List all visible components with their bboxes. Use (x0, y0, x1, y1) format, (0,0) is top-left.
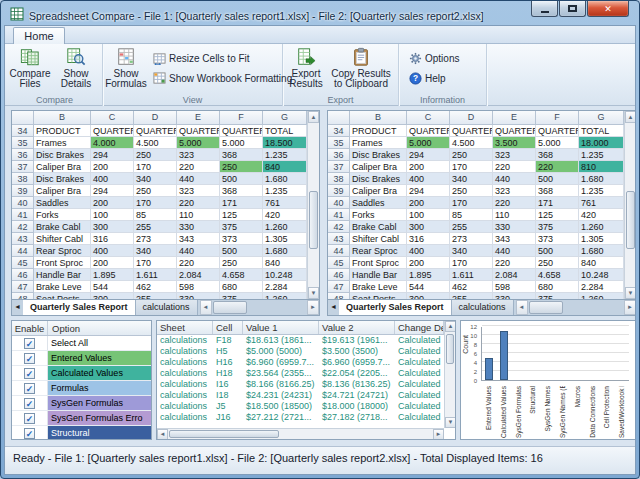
grid-cell[interactable]: 255 (450, 221, 493, 233)
scrollbar-track[interactable] (212, 300, 307, 315)
grid-cell[interactable]: QUARTER (407, 125, 450, 137)
grid-cell[interactable]: Shifter Cabl (34, 233, 91, 245)
column-header-G[interactable]: G (263, 111, 307, 125)
grid-cell[interactable]: PRODUCT (350, 125, 407, 137)
grid-cell[interactable]: 250 (220, 257, 263, 269)
row-header-42[interactable]: 42 (328, 221, 350, 233)
grid-cell[interactable]: 375 (536, 293, 579, 299)
value1-column-header[interactable]: Value 1 (243, 321, 319, 334)
grid-cell[interactable]: 273 (450, 233, 493, 245)
grid-cell[interactable]: 368 (536, 185, 579, 197)
grid-cell[interactable]: 85 (134, 209, 177, 221)
grid-cell[interactable]: 340 (450, 245, 493, 257)
row-header-44[interactable]: 44 (328, 245, 350, 257)
grid-cell[interactable]: 18.000 (579, 137, 624, 149)
grid-cell[interactable]: 500 (536, 173, 579, 185)
export-results-button[interactable]: Export Results (283, 47, 329, 93)
grid-cell[interactable]: 100 (91, 209, 134, 221)
grid-cell[interactable]: 840 (579, 257, 624, 269)
grid-cell[interactable]: 250 (134, 149, 177, 161)
grid-cell[interactable]: Disc Brakes (350, 149, 407, 161)
grid-cell[interactable]: 1.260 (579, 293, 624, 299)
help-button[interactable]: ? Help (409, 70, 446, 87)
grid-cell[interactable]: Brake Leve (34, 281, 91, 293)
column-header-D[interactable]: D (134, 111, 177, 125)
grid-cell[interactable]: Handle Bar (350, 269, 407, 281)
compare-files-button[interactable]: Compare Files (7, 47, 53, 93)
grid-cell[interactable]: Forks (350, 209, 407, 221)
grid-cell[interactable]: 170 (450, 161, 493, 173)
grid-cell[interactable]: 110 (493, 209, 536, 221)
option-label[interactable]: Structural (48, 426, 151, 440)
grid-cell[interactable]: 598 (493, 281, 536, 293)
scrollbar-track[interactable] (445, 332, 455, 417)
grid-cell[interactable]: 340 (134, 245, 177, 257)
option-checkbox[interactable]: ✓ (24, 353, 35, 364)
sheet-tabs-scrollbar[interactable]: ◄ ► (516, 300, 636, 315)
grid-cell[interactable]: Disc Brakes (350, 173, 407, 185)
grid-cell[interactable]: 1.611 (450, 269, 493, 281)
row-header-35[interactable]: 35 (328, 137, 350, 149)
grid-cell[interactable]: Forks (34, 209, 91, 221)
grid-cell[interactable]: 1.235 (579, 185, 624, 197)
option-checkbox[interactable]: ✓ (24, 413, 35, 424)
scrollbar-thumb[interactable] (529, 301, 563, 314)
grid-cell[interactable]: 171 (220, 197, 263, 209)
maximize-button[interactable] (559, 1, 586, 17)
show-details-button[interactable]: Show Details (53, 47, 99, 93)
grid-cell[interactable]: 5.000 (220, 137, 263, 149)
grid-cell[interactable]: 4.000 (91, 137, 134, 149)
grid-cell[interactable]: 1.680 (263, 173, 307, 185)
grid-cell[interactable]: QUARTER (450, 125, 493, 137)
grid-cell[interactable]: 4.500 (450, 137, 493, 149)
column-header-B[interactable]: B (350, 111, 407, 125)
grid-cell[interactable]: 323 (493, 149, 536, 161)
grid-cell[interactable]: 10.248 (263, 269, 307, 281)
grid-cell[interactable]: Saddles (34, 197, 91, 209)
grid-cell[interactable]: 761 (263, 197, 307, 209)
row-header-41[interactable]: 41 (12, 209, 34, 221)
scrollbar-thumb[interactable] (213, 301, 247, 314)
grid-cell[interactable]: 330 (493, 221, 536, 233)
grid-cell[interactable]: 840 (263, 257, 307, 269)
grid-cell[interactable]: 1.895 (91, 269, 134, 281)
sheet-tab[interactable]: Quarterly Sales Report (339, 300, 452, 315)
option-checkbox[interactable]: ✓ (24, 398, 35, 409)
grid-cell[interactable]: Seat Posts (34, 293, 91, 299)
sheet-column-header[interactable]: Sheet (157, 321, 213, 334)
grid-cell[interactable]: 125 (536, 209, 579, 221)
grid-cell[interactable]: 250 (450, 185, 493, 197)
grid-cell[interactable]: 373 (220, 233, 263, 245)
column-header-F[interactable]: F (536, 111, 579, 125)
grid-cell[interactable]: 375 (220, 221, 263, 233)
column-header-F[interactable]: F (220, 111, 263, 125)
option-checkbox[interactable]: ✓ (24, 368, 35, 379)
close-button[interactable]: ✕ (587, 1, 629, 17)
grid-cell[interactable]: 400 (91, 173, 134, 185)
row-header-38[interactable]: 38 (12, 173, 34, 185)
grid-cell[interactable]: Handle Bar (34, 269, 91, 281)
grid-cell[interactable]: 200 (407, 197, 450, 209)
grid-cell[interactable]: 300 (91, 293, 134, 299)
result-row[interactable]: calculationsI16$8.166 (8166.25)$8.136 (8… (157, 379, 444, 390)
results-horizontal-scrollbar[interactable]: ◄ ► (157, 428, 444, 439)
grid-cell[interactable]: 1.680 (263, 245, 307, 257)
grid-cell[interactable]: 330 (493, 293, 536, 299)
grid-cell[interactable]: 10.248 (579, 269, 624, 281)
grid-cell[interactable]: Shifter Cabl (350, 233, 407, 245)
grid-cell[interactable]: 18.500 (263, 137, 307, 149)
row-header-36[interactable]: 36 (328, 149, 350, 161)
grid-cell[interactable]: Rear Sproc (350, 245, 407, 257)
grid-cell[interactable]: 294 (91, 185, 134, 197)
scrollbar-thumb[interactable] (446, 334, 454, 364)
grid-cell[interactable]: 462 (450, 281, 493, 293)
grid-cell[interactable]: 200 (91, 197, 134, 209)
grid-cell[interactable]: 544 (407, 281, 450, 293)
grid-cell[interactable]: 294 (407, 149, 450, 161)
grid-cell[interactable]: 1.680 (579, 245, 624, 257)
grid-cell[interactable]: Disc Brakes (34, 149, 91, 161)
grid-cell[interactable]: Brake Cabl (34, 221, 91, 233)
grid-cell[interactable]: 300 (91, 221, 134, 233)
sheet-tab[interactable]: calculations (136, 300, 198, 315)
scroll-down-icon[interactable]: ▼ (625, 287, 636, 299)
